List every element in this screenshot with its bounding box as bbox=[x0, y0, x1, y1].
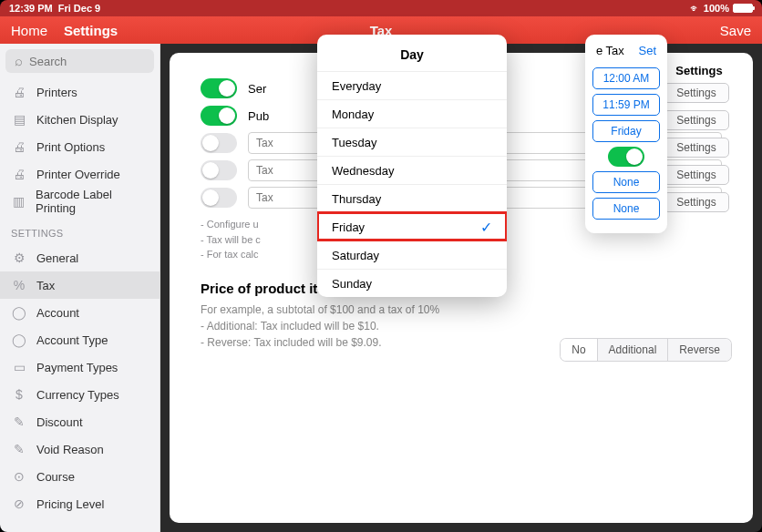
day-option-sunday[interactable]: Sunday bbox=[317, 269, 507, 297]
tax-label-2: Pub bbox=[248, 109, 269, 123]
sidebar-icon: ✎ bbox=[11, 414, 27, 429]
sidebar-icon: % bbox=[11, 278, 27, 292]
sidebar-item-label: Tax bbox=[36, 279, 55, 292]
sidebar-item-label: Account bbox=[36, 306, 79, 320]
sidebar-item-currency-types[interactable]: $Currency Types bbox=[0, 381, 160, 408]
settings-button-2[interactable]: Settings bbox=[664, 110, 729, 130]
sidebar-icon: 🖨 bbox=[11, 85, 27, 99]
battery-icon bbox=[733, 4, 753, 13]
day-picker-popover: Day EverydayMondayTuesdayWednesdayThursd… bbox=[317, 35, 507, 297]
sidebar-item-pricing-level[interactable]: ⊘Pricing Level bbox=[0, 490, 160, 517]
nav-save[interactable]: Save bbox=[720, 23, 751, 38]
tax-switch-5[interactable] bbox=[201, 188, 237, 208]
seg-reverse[interactable]: Reverse bbox=[667, 339, 731, 361]
tax-switch-1[interactable] bbox=[201, 78, 237, 98]
day-option-friday[interactable]: Friday✓ bbox=[317, 212, 507, 240]
day-option-monday[interactable]: Monday bbox=[317, 99, 507, 128]
settings-column: Settings Settings Settings Settings Sett… bbox=[664, 64, 735, 220]
time-to-button[interactable]: 11:59 PM bbox=[592, 94, 660, 116]
day-option-tuesday[interactable]: Tuesday bbox=[317, 128, 507, 156]
day-picker-title: Day bbox=[317, 35, 507, 71]
include-tax-segmented[interactable]: No Additional Reverse bbox=[561, 339, 731, 361]
popover-switch[interactable] bbox=[608, 147, 644, 167]
day-option-saturday[interactable]: Saturday bbox=[317, 240, 507, 269]
day-option-everyday[interactable]: Everyday bbox=[317, 71, 507, 99]
sidebar-item-tax[interactable]: %Tax bbox=[0, 271, 160, 299]
battery-percent: 100% bbox=[704, 3, 729, 14]
seg-no[interactable]: No bbox=[561, 339, 596, 361]
day-option-wednesday[interactable]: Wednesday bbox=[317, 156, 507, 184]
sidebar-item-printers[interactable]: 🖨Printers bbox=[0, 78, 160, 106]
sidebar-item-barcode-label-printing[interactable]: ▥Barcode Label Printing bbox=[0, 188, 160, 215]
tax-switch-4[interactable] bbox=[201, 160, 237, 180]
sidebar-item-kitchen-display[interactable]: ▤Kitchen Display bbox=[0, 106, 160, 133]
settings-col-title: Settings bbox=[664, 64, 735, 77]
status-time: 12:39 PM bbox=[9, 3, 53, 14]
sidebar-item-print-options[interactable]: 🖨Print Options bbox=[0, 133, 160, 160]
sidebar-item-void-reason[interactable]: ✎Void Reason bbox=[0, 435, 160, 463]
tax-switch-3[interactable] bbox=[201, 133, 237, 153]
sidebar-item-account-type[interactable]: ◯Account Type bbox=[0, 326, 160, 353]
sidebar-icon: ⊙ bbox=[11, 469, 27, 484]
sidebar-item-general[interactable]: ⚙General bbox=[0, 244, 160, 271]
day-option-thursday[interactable]: Thursday bbox=[317, 184, 507, 212]
sidebar-icon: 🖨 bbox=[11, 139, 27, 154]
check-icon: ✓ bbox=[480, 219, 492, 236]
settings-button-3[interactable]: Settings bbox=[664, 138, 729, 158]
sidebar-icon: ⚙ bbox=[11, 251, 27, 265]
sidebar-icon: ◯ bbox=[11, 332, 27, 347]
sidebar-item-label: Print Options bbox=[36, 140, 105, 154]
sidebar-item-printer-override[interactable]: 🖨Printer Override bbox=[0, 160, 160, 188]
nav-home[interactable]: Home bbox=[11, 23, 47, 38]
sidebar-item-label: Printers bbox=[36, 86, 77, 99]
time-from-button[interactable]: 12:00 AM bbox=[592, 67, 660, 89]
sidebar-item-payment-types[interactable]: ▭Payment Types bbox=[0, 353, 160, 381]
sidebar-icon: ◯ bbox=[11, 305, 27, 320]
status-bar: 12:39 PM Fri Dec 9 ᯤ 100% bbox=[0, 0, 762, 16]
sidebar-item-course[interactable]: ⊙Course bbox=[0, 463, 160, 490]
sidebar-icon: ✎ bbox=[11, 442, 27, 456]
day-label: Thursday bbox=[332, 192, 381, 206]
none-button-2[interactable]: None bbox=[592, 198, 660, 220]
sidebar-item-label: Account Type bbox=[36, 333, 108, 347]
sidebar-item-label: Currency Types bbox=[36, 388, 119, 402]
sidebar-item-discount[interactable]: ✎Discount bbox=[0, 408, 160, 435]
sidebar-item-label: Course bbox=[36, 470, 75, 484]
sidebar-icon: ▥ bbox=[11, 194, 26, 209]
popover-tax-label: e Tax bbox=[596, 44, 624, 57]
sidebar-item-label: Discount bbox=[36, 415, 83, 429]
day-label: Saturday bbox=[332, 249, 379, 262]
sidebar-item-label: Void Reason bbox=[36, 443, 104, 456]
settings-button-4[interactable]: Settings bbox=[664, 165, 729, 185]
tax-switch-2[interactable] bbox=[201, 106, 237, 126]
day-label: Sunday bbox=[332, 277, 372, 291]
settings-button-5[interactable]: Settings bbox=[664, 192, 729, 212]
sidebar: 🖨Printers▤Kitchen Display🖨Print Options🖨… bbox=[0, 44, 160, 532]
sidebar-header-settings: SETTINGS bbox=[0, 215, 160, 244]
status-date: Fri Dec 9 bbox=[58, 3, 100, 14]
wifi-icon: ᯤ bbox=[690, 3, 700, 14]
sidebar-icon: 🖨 bbox=[11, 167, 27, 181]
day-label: Friday bbox=[332, 220, 365, 234]
none-button-1[interactable]: None bbox=[592, 171, 660, 193]
popover-set-button[interactable]: Set bbox=[638, 44, 656, 57]
sidebar-icon: $ bbox=[11, 387, 27, 402]
note-c: - For tax calc bbox=[201, 247, 259, 262]
nav-settings[interactable]: Settings bbox=[64, 23, 118, 38]
sidebar-item-label: Payment Types bbox=[36, 361, 118, 374]
search-input[interactable] bbox=[5, 49, 154, 73]
sidebar-item-account[interactable]: ◯Account bbox=[0, 299, 160, 326]
day-label: Monday bbox=[332, 107, 374, 121]
sidebar-item-label: Kitchen Display bbox=[36, 113, 118, 127]
day-label: Tuesday bbox=[332, 136, 376, 149]
tax-settings-popover: e Tax Set 12:00 AM 11:59 PM Friday None … bbox=[585, 35, 667, 233]
sidebar-item-label: General bbox=[36, 251, 78, 265]
sidebar-item-label: Pricing Level bbox=[36, 497, 104, 511]
example-a: For example, a subtotal of $100 and a ta… bbox=[201, 302, 722, 318]
settings-button-1[interactable]: Settings bbox=[664, 83, 729, 103]
sidebar-icon: ⊘ bbox=[11, 496, 27, 511]
seg-additional[interactable]: Additional bbox=[597, 339, 668, 361]
sidebar-item-label: Barcode Label Printing bbox=[36, 188, 149, 215]
day-button[interactable]: Friday bbox=[592, 120, 660, 142]
tax-label-1: Ser bbox=[248, 82, 266, 96]
